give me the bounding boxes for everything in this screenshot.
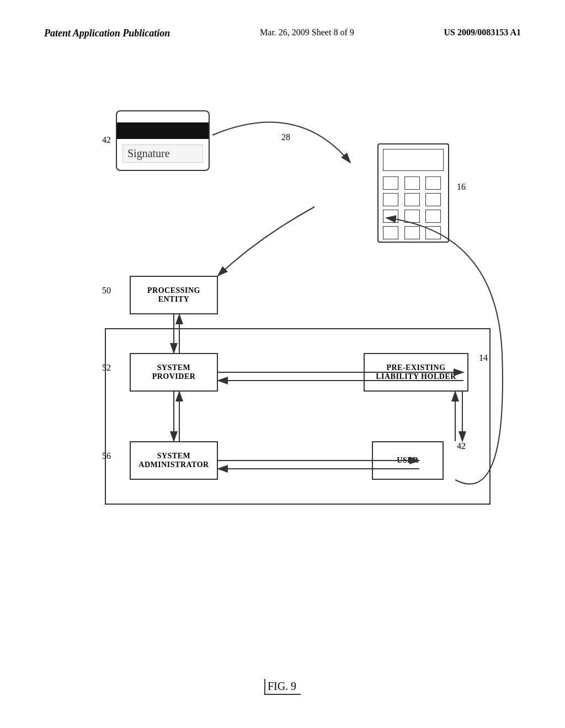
keypad-btn-9 [425,210,441,223]
label-14: 14 [479,353,488,363]
keypad-btn-12 [425,226,441,239]
system-admin-label: SYSTEM ADMINISTRATOR [138,452,209,469]
label-28: 28 [281,132,290,142]
card-signature: Signature [122,144,203,163]
label-52: 52 [102,363,111,373]
label-56: 56 [102,451,111,461]
sheet-info: Mar. 26, 2009 Sheet 8 of 9 [260,28,354,38]
figure-label: FIG. 9 [264,679,301,695]
box-liability-holder: PRE-EXISTING LIABILITY HOLDER [364,353,468,392]
label-50: 50 [102,286,111,296]
fig-label-text: FIG. 9 [264,679,301,695]
credit-card: Signature [116,110,210,171]
keypad-btn-10 [383,226,398,239]
label-42-card: 42 [102,135,111,145]
user-label: USER [397,456,418,465]
label-42-user: 42 [457,441,466,451]
keypad-btn-1 [383,176,398,190]
label-16: 16 [457,182,466,192]
keypad-screen [383,149,444,171]
box-system-admin: SYSTEM ADMINISTRATOR [130,441,218,480]
patent-number: US 2009/0083153 A1 [444,28,521,38]
keypad-btn-4 [383,193,398,206]
keypad-buttons [383,176,444,239]
arc-keypad-to-processing [218,207,315,276]
keypad-btn-7 [383,210,398,223]
keypad-btn-6 [425,193,441,206]
header: Patent Application Publication Mar. 26, … [0,28,565,39]
liability-holder-label: PRE-EXISTING LIABILITY HOLDER [376,363,456,381]
system-provider-label: SYSTEM PROVIDER [152,363,196,381]
box-processing-entity: PROCESSING ENTITY [130,276,218,314]
keypad-device [377,143,449,243]
patent-publication-label: Patent Application Publication [44,28,170,39]
keypad-btn-3 [425,176,441,190]
keypad-btn-8 [404,210,420,223]
keypad-btn-11 [404,226,420,239]
processing-entity-label: PROCESSING ENTITY [147,286,200,304]
card-magnetic-stripe [117,122,209,139]
keypad-btn-5 [404,193,420,206]
diagram-area: Signature 42 16 28 PROCESSING ENTITY 50 … [44,77,521,662]
box-system-provider: SYSTEM PROVIDER [130,353,218,392]
box-user: USER [372,441,444,480]
keypad-btn-2 [404,176,420,190]
arc-card-to-keypad [212,122,350,163]
